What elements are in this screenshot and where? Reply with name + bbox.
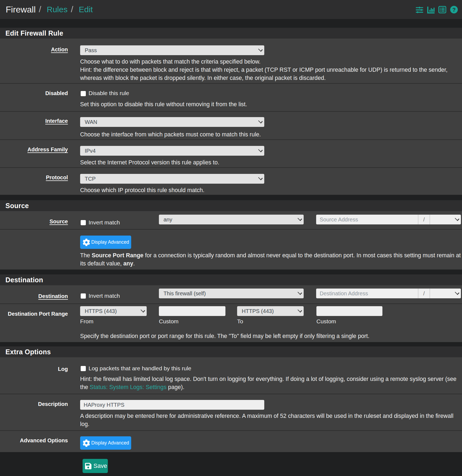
svg-text:?: ? bbox=[452, 7, 455, 13]
